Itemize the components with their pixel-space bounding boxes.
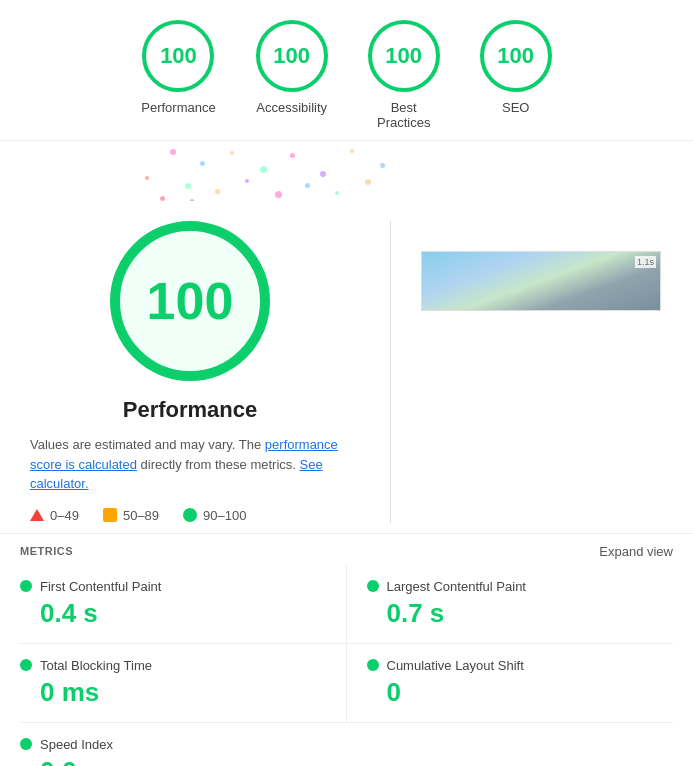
score-label-best-practices: BestPractices <box>377 100 430 130</box>
metrics-grid: First Contentful Paint 0.4 s Largest Con… <box>0 565 693 723</box>
score-circle-performance: 100 <box>142 20 214 92</box>
metric-lcp: Largest Contentful Paint 0.7 s <box>347 565 674 644</box>
metric-lcp-name: Largest Contentful Paint <box>387 579 526 594</box>
metric-lcp-value: 0.7 s <box>367 598 664 629</box>
score-value-best-practices: 100 <box>385 43 422 69</box>
metric-cls-name: Cumulative Layout Shift <box>387 658 524 673</box>
confetti-decoration <box>0 141 693 201</box>
score-label-seo: SEO <box>502 100 529 115</box>
legend-bad-label: 0–49 <box>50 508 79 523</box>
score-circle-accessibility: 100 <box>256 20 328 92</box>
speed-index-section: Speed Index 0.6 s <box>0 723 693 767</box>
description-text: Values are estimated and may vary. The p… <box>20 435 360 494</box>
speed-index-value: 0.6 s <box>20 756 673 767</box>
metric-tbt-name: Total Blocking Time <box>40 658 152 673</box>
performance-title: Performance <box>123 397 258 423</box>
legend-medium: 50–89 <box>103 508 159 523</box>
score-value-performance: 100 <box>160 43 197 69</box>
screenshot-thumbnail: 1.1s <box>421 251 661 311</box>
score-seo[interactable]: 100 SEO <box>480 20 552 130</box>
right-panel: 1.1s <box>421 221 673 523</box>
metric-tbt-name-row: Total Blocking Time <box>20 658 326 673</box>
description-suffix: directly from these metrics. <box>141 457 300 472</box>
triangle-icon <box>30 509 44 521</box>
speed-index-dot <box>20 738 32 750</box>
legend-good: 90–100 <box>183 508 246 523</box>
description-prefix: Values are estimated and may vary. The <box>30 437 265 452</box>
speed-index-name: Speed Index <box>40 737 113 752</box>
screenshot-overlay-text: 1.1s <box>635 256 656 268</box>
score-best-practices[interactable]: 100 BestPractices <box>368 20 440 130</box>
metric-cls-dot <box>367 659 379 671</box>
main-section: 100 Performance Values are estimated and… <box>0 201 693 533</box>
scores-row: 100 Performance 100 Accessibility 100 Be… <box>0 0 693 141</box>
circle-icon <box>183 508 197 522</box>
metric-cls-name-row: Cumulative Layout Shift <box>367 658 664 673</box>
metrics-header: METRICS Expand view <box>0 533 693 565</box>
big-score-value: 100 <box>147 271 234 331</box>
metric-tbt-value: 0 ms <box>20 677 326 708</box>
metric-cls-value: 0 <box>367 677 664 708</box>
metric-fcp: First Contentful Paint 0.4 s <box>20 565 347 644</box>
score-performance[interactable]: 100 Performance <box>141 20 215 130</box>
legend-row: 0–49 50–89 90–100 <box>20 508 360 523</box>
score-circle-seo: 100 <box>480 20 552 92</box>
metric-lcp-dot <box>367 580 379 592</box>
big-score-circle: 100 <box>110 221 270 381</box>
score-label-performance: Performance <box>141 100 215 115</box>
metric-tbt-dot <box>20 659 32 671</box>
score-value-accessibility: 100 <box>273 43 310 69</box>
metric-tbt: Total Blocking Time 0 ms <box>20 644 347 723</box>
metric-fcp-name-row: First Contentful Paint <box>20 579 326 594</box>
metrics-label: METRICS <box>20 545 73 557</box>
metric-lcp-name-row: Largest Contentful Paint <box>367 579 664 594</box>
legend-bad: 0–49 <box>30 508 79 523</box>
metric-fcp-name: First Contentful Paint <box>40 579 161 594</box>
legend-medium-label: 50–89 <box>123 508 159 523</box>
screenshot-image <box>422 252 660 310</box>
metric-cls: Cumulative Layout Shift 0 <box>347 644 674 723</box>
metric-fcp-dot <box>20 580 32 592</box>
score-accessibility[interactable]: 100 Accessibility <box>256 20 328 130</box>
score-value-seo: 100 <box>497 43 534 69</box>
score-circle-best-practices: 100 <box>368 20 440 92</box>
vertical-divider <box>390 221 391 523</box>
left-panel: 100 Performance Values are estimated and… <box>20 221 360 523</box>
metric-fcp-value: 0.4 s <box>20 598 326 629</box>
expand-view-button[interactable]: Expand view <box>599 544 673 559</box>
square-icon <box>103 508 117 522</box>
legend-good-label: 90–100 <box>203 508 246 523</box>
score-label-accessibility: Accessibility <box>256 100 327 115</box>
speed-index-name-row: Speed Index <box>20 737 673 752</box>
